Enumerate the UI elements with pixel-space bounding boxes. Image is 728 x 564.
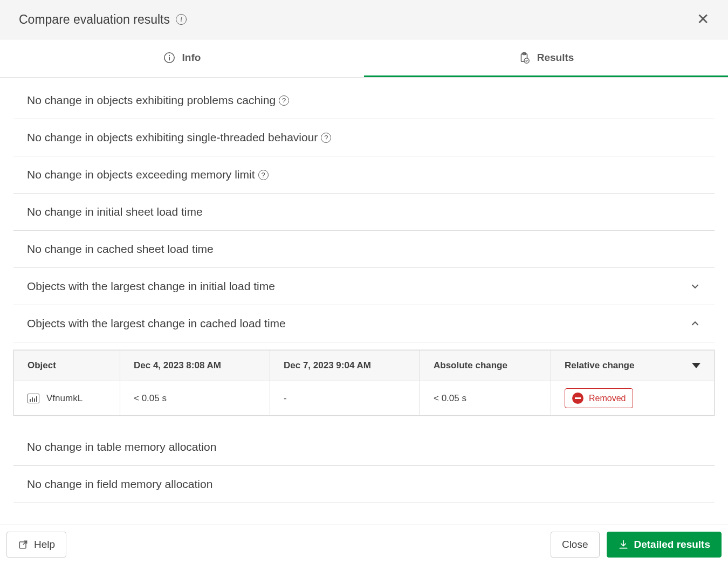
object-name: VfnumkL: [46, 393, 83, 404]
dialog-title-wrap: Compare evaluation results i: [19, 12, 187, 27]
info-icon: [163, 52, 175, 64]
section-field-memory-label: No change in field memory allocation: [27, 478, 212, 491]
dialog-header: Compare evaluation results i ✕: [0, 0, 728, 39]
dialog-footer: Help Close Detailed results: [0, 525, 728, 564]
help-button-label: Help: [34, 539, 55, 551]
detailed-results-label: Detailed results: [634, 539, 711, 551]
chevron-up-icon: [689, 318, 701, 329]
table-header-row: Object Dec 4, 2023 8:08 AM Dec 7, 2023 9…: [14, 350, 715, 381]
svg-point-1: [168, 55, 169, 56]
th-date1[interactable]: Dec 4, 2023 8:08 AM: [120, 350, 270, 381]
svg-rect-2: [169, 57, 170, 60]
cached-load-time-table: Object Dec 4, 2023 8:08 AM Dec 7, 2023 9…: [13, 350, 715, 416]
help-button[interactable]: Help: [6, 532, 66, 558]
detailed-results-button[interactable]: Detailed results: [607, 532, 722, 558]
help-icon[interactable]: ?: [258, 170, 269, 180]
sort-desc-icon: [692, 363, 700, 368]
section-field-memory[interactable]: No change in field memory allocation: [13, 466, 715, 503]
th-relative-change-label: Relative change: [565, 360, 634, 371]
removed-icon: [572, 393, 583, 404]
tab-info-label: Info: [182, 52, 201, 64]
section-table-memory-label: No change in table memory allocation: [27, 441, 216, 453]
section-largest-cached[interactable]: Objects with the largest change in cache…: [13, 305, 715, 342]
tab-results-label: Results: [537, 52, 574, 64]
section-cached-sheet-label: No change in cached sheet load time: [27, 243, 214, 256]
section-largest-initial-label: Objects with the largest change in initi…: [27, 280, 275, 293]
removed-badge: Removed: [565, 388, 633, 408]
download-icon: [618, 539, 629, 550]
th-relative-change[interactable]: Relative change: [551, 350, 715, 381]
dialog-title: Compare evaluation results: [19, 12, 170, 27]
th-object[interactable]: Object: [14, 350, 120, 381]
section-cached-sheet[interactable]: No change in cached sheet load time: [13, 231, 715, 268]
section-memory-limit-label: No change in objects exceeding memory li…: [27, 168, 255, 181]
section-table-memory[interactable]: No change in table memory allocation: [13, 429, 715, 466]
cell-v1: < 0.05 s: [120, 381, 270, 416]
close-button-label: Close: [562, 539, 588, 551]
section-memory-limit[interactable]: No change in objects exceeding memory li…: [13, 156, 715, 194]
th-date2[interactable]: Dec 7, 2023 9:04 AM: [270, 350, 420, 381]
section-single-threaded[interactable]: No change in objects exhibiting single-t…: [13, 119, 715, 156]
cell-v2: -: [270, 381, 420, 416]
results-panel: No change in objects exhibiting problems…: [0, 78, 728, 525]
section-initial-sheet-label: No change in initial sheet load time: [27, 205, 203, 218]
close-icon[interactable]: ✕: [697, 12, 709, 27]
section-single-threaded-label: No change in objects exhibiting single-t…: [27, 131, 318, 144]
tabs: Info Results: [0, 39, 728, 78]
external-link-icon: [18, 539, 29, 550]
removed-label: Removed: [589, 394, 626, 403]
cell-abs: < 0.05 s: [420, 381, 551, 416]
section-caching[interactable]: No change in objects exhibiting problems…: [13, 78, 715, 119]
chevron-down-icon: [689, 280, 701, 292]
section-initial-sheet[interactable]: No change in initial sheet load time: [13, 194, 715, 231]
cached-load-time-table-wrap: Object Dec 4, 2023 8:08 AM Dec 7, 2023 9…: [13, 342, 715, 416]
info-icon[interactable]: i: [176, 14, 187, 25]
close-button[interactable]: Close: [551, 532, 600, 558]
tab-results[interactable]: Results: [364, 39, 728, 77]
barchart-icon: [28, 394, 39, 403]
tab-info[interactable]: Info: [0, 39, 364, 77]
section-caching-label: No change in objects exhibiting problems…: [27, 94, 276, 107]
help-icon[interactable]: ?: [321, 133, 331, 143]
section-largest-cached-label: Objects with the largest change in cache…: [27, 317, 286, 330]
help-icon[interactable]: ?: [279, 95, 289, 106]
table-row[interactable]: VfnumkL < 0.05 s - < 0.05 s Removed: [14, 381, 715, 416]
section-largest-initial[interactable]: Objects with the largest change in initi…: [13, 268, 715, 305]
clipboard-check-icon: [518, 52, 530, 64]
th-absolute-change[interactable]: Absolute change: [420, 350, 551, 381]
